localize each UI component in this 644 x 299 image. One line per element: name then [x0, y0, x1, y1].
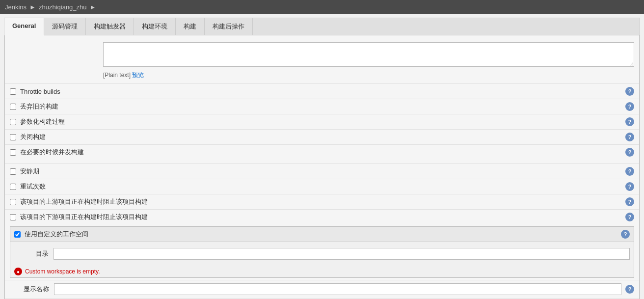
spacer1: [5, 160, 639, 163]
help-icon-downstream[interactable]: ?: [625, 213, 634, 221]
checkbox-row-throttle: Throttle builds ?: [5, 83, 639, 99]
display-name-label: 显示名称: [10, 285, 54, 294]
directory-label: 目录: [14, 249, 54, 258]
breadcrumb-jenkins[interactable]: Jenkins: [5, 3, 27, 11]
workspace-header-label: 使用自定义的工作空间: [25, 230, 617, 239]
checkbox-retry[interactable]: [10, 184, 16, 190]
checkbox-retry-label: 重试次数: [20, 182, 621, 191]
directory-input-container: [54, 248, 630, 260]
help-icon-throttle[interactable]: ?: [625, 87, 634, 96]
directory-input[interactable]: [54, 248, 630, 260]
help-icon-discard[interactable]: ?: [625, 102, 634, 111]
help-icon-disable[interactable]: ?: [625, 133, 634, 141]
breadcrumb-bar: Jenkins ► zhuzhiqiang_zhu ►: [0, 0, 644, 14]
help-icon-concurrent[interactable]: ?: [625, 148, 634, 157]
checkbox-row-upstream: 该项目的上游项目正在构建时阻止该项目构建 ?: [5, 194, 639, 209]
help-icon-upstream[interactable]: ?: [625, 197, 634, 206]
checkbox-row-quiet: 安静期 ?: [5, 163, 639, 179]
checkbox-upstream-label: 该项目的上游项目正在构建时阻止该项目构建: [20, 197, 621, 206]
help-icon-quiet[interactable]: ?: [625, 167, 634, 176]
tabs-row: General 源码管理 构建触发器 构建环境 构建 构建后操作: [4, 18, 640, 35]
checkbox-concurrent[interactable]: [10, 149, 16, 156]
checkbox-disable-label: 关闭构建: [20, 133, 621, 141]
directory-row: 目录: [14, 246, 630, 262]
breadcrumb-sep2: ►: [90, 3, 96, 11]
checkbox-throttle-label: Throttle builds: [20, 88, 621, 95]
error-row: ● Custom workspace is empty.: [10, 266, 634, 277]
workspace-header: 使用自定义的工作空间 ?: [10, 227, 634, 242]
checkbox-quiet[interactable]: [10, 168, 16, 175]
tab-trigger[interactable]: 构建触发器: [86, 18, 134, 35]
tab-source[interactable]: 源码管理: [44, 18, 86, 35]
checkbox-row-concurrent: 在必要的时候并发构建 ?: [5, 144, 639, 160]
error-icon: ●: [14, 268, 22, 275]
help-icon-parameterize[interactable]: ?: [625, 117, 634, 126]
tab-env[interactable]: 构建环境: [134, 18, 176, 35]
help-icon-retry[interactable]: ?: [625, 182, 634, 191]
breadcrumb-project[interactable]: zhuzhiqiang_zhu: [39, 3, 87, 11]
help-icon-display-name[interactable]: ?: [625, 285, 634, 294]
error-message: Custom workspace is empty.: [25, 268, 100, 275]
checkbox-row-parameterize: 参数化构建过程 ?: [5, 114, 639, 129]
checkbox-parameterize-label: 参数化构建过程: [20, 117, 621, 126]
checkbox-row-disable: 关闭构建 ?: [5, 129, 639, 144]
checkbox-parameterize[interactable]: [10, 119, 16, 125]
textarea-row: [5, 40, 639, 70]
checkbox-discard-label: 丢弃旧的构建: [20, 102, 621, 111]
tab-general[interactable]: General: [4, 18, 44, 35]
tabs-container: General 源码管理 构建触发器 构建环境 构建 构建后操作 [Plain …: [4, 18, 640, 299]
checkbox-downstream-label: 该项目的下游项目正在构建时阻止该项目构建: [20, 213, 621, 221]
main-content: General 源码管理 构建触发器 构建环境 构建 构建后操作 [Plain …: [0, 14, 644, 299]
checkbox-discard[interactable]: [10, 104, 16, 110]
checkbox-concurrent-label: 在必要的时候并发构建: [20, 148, 621, 157]
tab-build[interactable]: 构建: [176, 18, 205, 35]
display-name-row: 显示名称 ?: [5, 280, 639, 298]
plain-text-label: [Plain text]: [103, 72, 131, 79]
checkbox-row-retry: 重试次数 ?: [5, 179, 639, 194]
workspace-body: 目录: [10, 242, 634, 266]
checkbox-disable[interactable]: [10, 134, 16, 140]
preview-link[interactable]: 预览: [132, 72, 144, 79]
description-textarea[interactable]: [103, 42, 634, 67]
breadcrumb-sep1: ►: [29, 3, 36, 11]
checkbox-downstream[interactable]: [10, 214, 16, 220]
checkbox-throttle[interactable]: [10, 88, 16, 95]
form-area: [Plain text] 预览 Throttle builds ? 丢弃旧的构建…: [4, 35, 640, 299]
help-icon-workspace[interactable]: ?: [621, 230, 630, 239]
display-name-input[interactable]: [54, 283, 621, 295]
checkbox-upstream[interactable]: [10, 199, 16, 205]
checkbox-quiet-label: 安静期: [20, 167, 621, 176]
plain-text-row: [Plain text] 预览: [5, 70, 639, 83]
workspace-section: 使用自定义的工作空间 ? 目录 ● Custom workspace is em…: [10, 226, 634, 278]
checkbox-row-discard: 丢弃旧的构建 ?: [5, 99, 639, 114]
tab-post[interactable]: 构建后操作: [205, 18, 253, 35]
checkbox-row-downstream: 该项目的下游项目正在构建时阻止该项目构建 ?: [5, 209, 639, 224]
checkbox-workspace[interactable]: [14, 231, 21, 238]
